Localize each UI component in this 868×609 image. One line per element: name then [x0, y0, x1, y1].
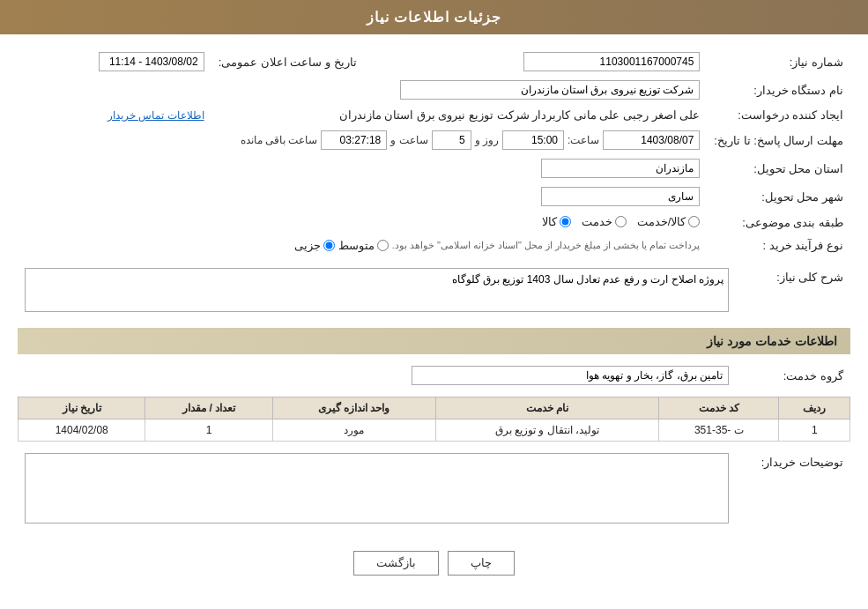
row-buyer-desc: توضیحات خریدار:	[18, 449, 850, 531]
need-desc-textarea[interactable]: پروژه اصلاح ارت و رفع عدم تعادل سال 1403…	[25, 268, 729, 312]
cell-row: 1	[779, 420, 850, 442]
content-area: شماره نیاز: تاریخ و ساعت اعلان عمومی: نا…	[0, 34, 868, 602]
radio-jozii[interactable]: جزیی	[294, 239, 335, 252]
requester-value: علی اصغر رجبی علی مانی کاربردار شرکت توز…	[211, 104, 708, 126]
need-number-label: شماره نیاز:	[707, 48, 850, 76]
radio-motavaset[interactable]: متوسط	[338, 239, 389, 252]
province-input	[541, 159, 700, 178]
row-city: شهر محل تحویل:	[18, 182, 850, 211]
service-group-input	[412, 366, 729, 385]
buyer-org-input	[400, 80, 700, 100]
radio-khedmat[interactable]: خدمت	[582, 215, 627, 228]
radio-kala-khedmat-label: کالا/خدمت	[637, 215, 686, 228]
page-title: جزئیات اطلاعات نیاز	[367, 10, 502, 25]
send-remaining-label2: ساعت و	[390, 134, 427, 146]
announce-datetime-value	[18, 48, 211, 76]
cell-name: تولید، انتقال و توزیع برق	[435, 420, 659, 442]
back-button[interactable]: بازگشت	[353, 551, 439, 576]
send-time-label: ساعت:	[568, 134, 599, 146]
purchase-note: پرداخت تمام یا بخشی از مبلغ خریدار از مح…	[392, 240, 701, 251]
row-category: طبقه بندی موضوعی: کالا/خدمت خدمت	[18, 211, 850, 234]
buttons-row: چاپ بازگشت	[18, 538, 850, 589]
radio-khedmat-label: خدمت	[582, 215, 612, 228]
buyer-org-value	[18, 76, 707, 104]
cell-code: ت -35-351	[659, 420, 779, 442]
services-table-header-row: ردیف کد خدمت نام خدمت واحد اندازه گیری ت…	[19, 397, 850, 420]
row-need-number: شماره نیاز: تاریخ و ساعت اعلان عمومی:	[18, 48, 850, 76]
send-deadline-row: ساعت: روز و ساعت و ساعت باقی مانده	[25, 130, 700, 150]
row-send-deadline: مهلت ارسال پاسخ: تا تاریخ: ساعت: روز و س…	[18, 126, 850, 154]
purchase-type-label: نوع فرآیند خرید :	[707, 234, 850, 256]
need-desc-label: شرح کلی نیاز:	[736, 264, 850, 319]
city-input	[541, 187, 700, 206]
services-section-header: اطلاعات خدمات مورد نیاز	[18, 328, 850, 354]
service-group-table: گروه خدمت:	[18, 361, 850, 390]
services-table: ردیف کد خدمت نام خدمت واحد اندازه گیری ت…	[18, 397, 850, 442]
cell-date: 1404/02/08	[19, 420, 145, 442]
radio-jozii-label: جزیی	[294, 239, 321, 252]
send-deadline-label: مهلت ارسال پاسخ: تا تاریخ:	[707, 126, 850, 154]
print-button[interactable]: چاپ	[448, 551, 515, 576]
services-section-label: اطلاعات خدمات مورد نیاز	[707, 334, 837, 348]
row-purchase-type: نوع فرآیند خرید : پرداخت تمام یا بخشی از…	[18, 234, 850, 256]
radio-kala-label: کالا	[542, 215, 557, 228]
send-time-input	[502, 130, 564, 150]
buyer-desc-table: توضیحات خریدار:	[18, 449, 850, 531]
category-label: طبقه بندی موضوعی:	[707, 211, 850, 234]
row-service-group: گروه خدمت:	[18, 361, 850, 390]
contact-link[interactable]: اطلاعات تماس خریدار	[108, 109, 204, 122]
radio-kala-input[interactable]	[560, 216, 571, 227]
radio-kala[interactable]: کالا	[542, 215, 571, 228]
services-table-body: 1 ت -35-351 تولید، انتقال و توزیع برق مو…	[19, 420, 850, 442]
page-wrapper: جزئیات اطلاعات نیاز شماره نیاز: تاریخ و …	[0, 0, 868, 609]
radio-jozii-input[interactable]	[323, 240, 335, 251]
cell-unit: مورد	[272, 420, 435, 442]
announce-datetime-label: تاریخ و ساعت اعلان عمومی:	[211, 48, 364, 76]
send-remaining-label: ساعت باقی مانده	[241, 134, 318, 146]
services-table-head: ردیف کد خدمت نام خدمت واحد اندازه گیری ت…	[19, 397, 850, 420]
main-info-table: شماره نیاز: تاریخ و ساعت اعلان عمومی: نا…	[18, 48, 850, 256]
requester-label: ایجاد کننده درخواست:	[707, 104, 850, 126]
province-label: استان محل تحویل:	[707, 154, 850, 182]
send-remaining-input	[321, 130, 387, 150]
buyer-org-label: نام دستگاه خریدار:	[707, 76, 850, 104]
requester-text: علی اصغر رجبی علی مانی کاربردار شرکت توز…	[339, 108, 701, 122]
need-number-input	[523, 52, 700, 71]
need-desc-table: شرح کلی نیاز: پروژه اصلاح ارت و رفع عدم …	[18, 264, 850, 319]
cell-qty: 1	[145, 420, 272, 442]
row-province: استان محل تحویل:	[18, 154, 850, 182]
send-date-input	[603, 130, 700, 150]
purchase-type-row: پرداخت تمام یا بخشی از مبلغ خریدار از مح…	[25, 239, 700, 252]
announce-datetime-input	[99, 52, 204, 71]
send-days-input	[432, 130, 471, 150]
buyer-desc-textarea[interactable]	[25, 453, 729, 524]
radio-khedmat-input[interactable]	[615, 216, 627, 227]
col-unit: واحد اندازه گیری	[272, 397, 435, 420]
need-number-value	[390, 48, 708, 76]
service-group-label: گروه خدمت:	[736, 361, 850, 390]
page-header: جزئیات اطلاعات نیاز	[0, 0, 868, 34]
col-name: نام خدمت	[435, 397, 659, 420]
buyer-desc-label: توضیحات خریدار:	[736, 449, 850, 531]
col-code: کد خدمت	[659, 397, 779, 420]
city-label: شهر محل تحویل:	[707, 182, 850, 211]
radio-kala-khedmat[interactable]: کالا/خدمت	[637, 215, 701, 228]
table-row: 1 ت -35-351 تولید، انتقال و توزیع برق مو…	[19, 420, 850, 442]
radio-motavaset-input[interactable]	[377, 240, 389, 251]
col-row: ردیف	[779, 397, 850, 420]
row-requester: ایجاد کننده درخواست: علی اصغر رجبی علی م…	[18, 104, 850, 126]
radio-kala-khedmat-input[interactable]	[688, 216, 700, 227]
send-days-label: روز و	[475, 134, 499, 146]
row-buyer-org: نام دستگاه خریدار:	[18, 76, 850, 104]
category-radio-group: کالا/خدمت خدمت کالا	[542, 215, 701, 228]
radio-motavaset-label: متوسط	[338, 239, 375, 252]
col-date: تاریخ نیاز	[19, 397, 145, 420]
col-qty: تعداد / مقدار	[145, 397, 272, 420]
row-need-desc: شرح کلی نیاز: پروژه اصلاح ارت و رفع عدم …	[18, 264, 850, 319]
